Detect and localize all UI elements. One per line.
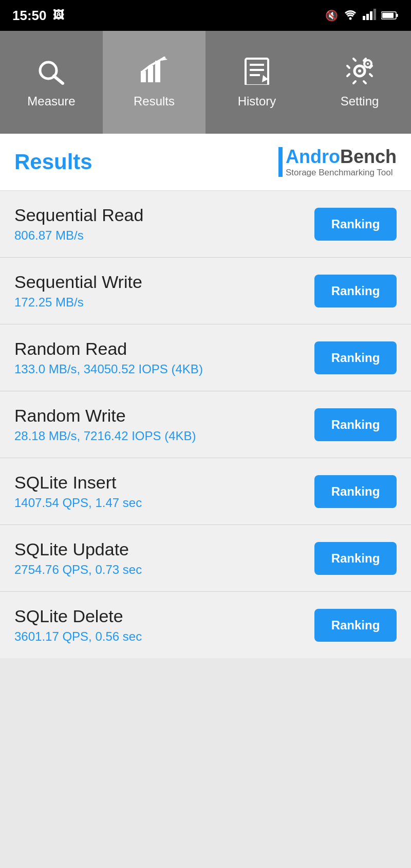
battery-icon <box>381 8 399 24</box>
status-bar: 15:50 🖼 🔇 <box>0 0 411 31</box>
history-label: History <box>238 94 276 109</box>
tab-history[interactable]: History <box>206 31 308 134</box>
results-header: Results AndroBench Storage Benchmarking … <box>0 134 411 191</box>
benchmark-item-sqlite-update: SQLite Update 2754.76 QPS, 0.73 sec Rank… <box>0 525 411 592</box>
benchmark-name-sqlite-insert: SQLite Insert <box>14 473 314 493</box>
mute-icon: 🔇 <box>325 9 338 22</box>
benchmark-info-sequential-write: Sequential Write 172.25 MB/s <box>14 272 314 310</box>
tab-setting[interactable]: Setting <box>308 31 411 134</box>
ranking-button-sequential-read[interactable]: Ranking <box>314 208 397 241</box>
ranking-button-random-read[interactable]: Ranking <box>314 341 397 374</box>
brand-sub: Storage Benchmarking Tool <box>286 168 397 178</box>
tab-measure[interactable]: Measure <box>0 31 103 134</box>
benchmark-info-random-read: Random Read 133.0 MB/s, 34050.52 IOPS (4… <box>14 339 314 376</box>
svg-point-0 <box>349 17 352 20</box>
benchmark-item-random-write: Random Write 28.18 MB/s, 7216.42 IOPS (4… <box>0 391 411 458</box>
benchmark-value-random-read: 133.0 MB/s, 34050.52 IOPS (4KB) <box>14 362 314 376</box>
photo-icon: 🖼 <box>53 9 64 22</box>
ranking-button-sqlite-update[interactable]: Ranking <box>314 542 397 575</box>
clock: 15:50 <box>12 8 47 24</box>
benchmark-value-sqlite-delete: 3601.17 QPS, 0.56 sec <box>14 629 314 644</box>
benchmark-item-sequential-read: Sequential Read 806.87 MB/s Ranking <box>0 191 411 258</box>
benchmark-name-sqlite-delete: SQLite Delete <box>14 606 314 626</box>
benchmark-item-random-read: Random Read 133.0 MB/s, 34050.52 IOPS (4… <box>0 324 411 391</box>
benchmark-name-random-write: Random Write <box>14 406 314 426</box>
benchmark-item-sqlite-delete: SQLite Delete 3601.17 QPS, 0.56 sec Rank… <box>0 592 411 658</box>
benchmark-value-sqlite-update: 2754.76 QPS, 0.73 sec <box>14 563 314 577</box>
brand-accent-bar <box>278 147 283 177</box>
benchmark-info-sqlite-delete: SQLite Delete 3601.17 QPS, 0.56 sec <box>14 606 314 644</box>
benchmark-item-sequential-write: Sequential Write 172.25 MB/s Ranking <box>0 258 411 324</box>
nav-tabs: Measure Results History <box>0 31 411 134</box>
svg-point-22 <box>358 69 361 73</box>
brand-name-row: AndroBench <box>286 146 397 168</box>
benchmark-name-sequential-write: Sequential Write <box>14 272 314 292</box>
benchmark-list: Sequential Read 806.87 MB/s Ranking Sequ… <box>0 191 411 658</box>
signal-icon <box>363 9 376 23</box>
svg-line-9 <box>54 76 63 83</box>
svg-rect-4 <box>373 9 376 20</box>
benchmark-value-random-write: 28.18 MB/s, 7216.42 IOPS (4KB) <box>14 429 314 443</box>
svg-rect-11 <box>148 66 153 82</box>
benchmark-value-sqlite-insert: 1407.54 QPS, 1.47 sec <box>14 496 314 510</box>
svg-rect-6 <box>397 14 398 17</box>
benchmark-name-sequential-read: Sequential Read <box>14 205 314 225</box>
results-icon <box>139 57 170 89</box>
ranking-button-sqlite-insert[interactable]: Ranking <box>314 475 397 508</box>
ranking-button-sequential-write[interactable]: Ranking <box>314 275 397 308</box>
benchmark-value-sequential-read: 806.87 MB/s <box>14 228 314 243</box>
ranking-button-sqlite-delete[interactable]: Ranking <box>314 609 397 642</box>
measure-label: Measure <box>27 94 75 109</box>
brand-name-block: AndroBench Storage Benchmarking Tool <box>286 146 397 178</box>
status-bar-left: 15:50 🖼 <box>12 8 64 24</box>
svg-rect-3 <box>370 11 372 20</box>
status-bar-right: 🔇 <box>325 8 399 24</box>
wifi-icon <box>343 9 358 23</box>
measure-icon <box>36 57 67 89</box>
results-label: Results <box>134 94 175 109</box>
brand-name-1: Andro <box>286 146 340 167</box>
tab-results[interactable]: Results <box>103 31 206 134</box>
svg-rect-7 <box>382 13 394 18</box>
svg-rect-1 <box>363 16 365 20</box>
history-icon <box>241 57 272 89</box>
benchmark-info-sequential-read: Sequential Read 806.87 MB/s <box>14 205 314 243</box>
benchmark-info-sqlite-update: SQLite Update 2754.76 QPS, 0.73 sec <box>14 539 314 577</box>
brand-name-2: Bench <box>340 146 397 167</box>
svg-point-21 <box>367 63 369 65</box>
benchmark-value-sequential-write: 172.25 MB/s <box>14 295 314 310</box>
benchmark-item-sqlite-insert: SQLite Insert 1407.54 QPS, 1.47 sec Rank… <box>0 458 411 525</box>
setting-label: Setting <box>341 94 379 109</box>
benchmark-info-random-write: Random Write 28.18 MB/s, 7216.42 IOPS (4… <box>14 406 314 443</box>
empty-space <box>0 658 411 864</box>
svg-rect-2 <box>366 14 369 20</box>
setting-icon <box>344 57 375 89</box>
svg-rect-14 <box>246 59 268 85</box>
svg-rect-12 <box>155 61 160 82</box>
benchmark-name-random-read: Random Read <box>14 339 314 359</box>
benchmark-name-sqlite-update: SQLite Update <box>14 539 314 559</box>
ranking-button-random-write[interactable]: Ranking <box>314 408 397 441</box>
page-title: Results <box>14 150 92 174</box>
benchmark-info-sqlite-insert: SQLite Insert 1407.54 QPS, 1.47 sec <box>14 473 314 510</box>
brand-logo: AndroBench Storage Benchmarking Tool <box>278 146 397 178</box>
